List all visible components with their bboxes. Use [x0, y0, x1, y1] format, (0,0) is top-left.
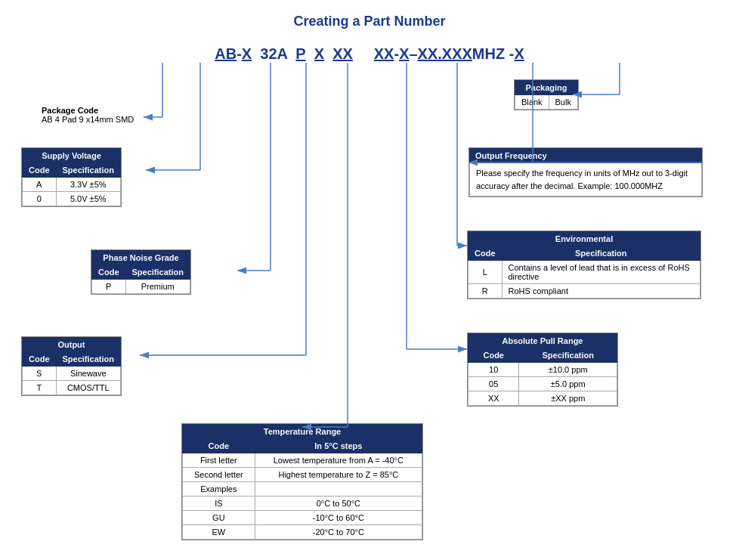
temp-title: Temperature Range: [183, 425, 422, 439]
supply-voltage-col-spec: Specification: [56, 163, 120, 178]
temp-row4-val: 0°C to 50°C: [255, 497, 422, 511]
pn-x3: X: [399, 45, 409, 63]
apr-row2-spec: ±5.0 ppm: [519, 377, 617, 391]
packaging-bulk: Bulk: [549, 95, 577, 110]
temp-row4-code: IS: [183, 497, 255, 511]
pn-p: P: [295, 45, 305, 63]
output-title: Output: [23, 338, 121, 352]
output-frequency-title: Output Frequency: [469, 148, 702, 163]
apr-row1-spec: ±10.0 ppm: [519, 363, 617, 377]
pn-x2: X: [314, 45, 324, 63]
out-row2-code: T: [23, 381, 57, 395]
pn-xx1: XX: [332, 45, 353, 63]
sv-row1-spec: 3.3V ±5%: [56, 178, 120, 192]
temp-row1-val: Lowest temperature from A = -40°C: [255, 453, 422, 468]
environmental-table: Environmental Code Specification L Conta…: [467, 230, 701, 301]
pn-xxxx: XX.XXX: [418, 45, 472, 63]
apr-row3-spec: ±XX ppm: [519, 391, 617, 406]
temp-row2-code: Second letter: [183, 468, 255, 482]
pn-row1-code: P: [92, 280, 126, 294]
temp-col-steps: In 5°C steps: [255, 439, 422, 453]
phase-noise-grade-table: Phase Noise Grade Code Specification P P…: [91, 249, 191, 296]
apr-row2-code: 05: [468, 377, 519, 391]
packaging-title: Packaging: [515, 81, 578, 95]
env-row2-code: R: [468, 284, 502, 299]
env-col-spec: Specification: [502, 246, 700, 261]
pn-col-code: Code: [92, 265, 126, 280]
temp-row6-val: -20°C to 70°C: [255, 525, 422, 540]
temp-col-code: Code: [183, 439, 255, 453]
pn-col-spec: Specification: [125, 265, 190, 280]
out-col-spec: Specification: [56, 352, 120, 367]
package-code-title: Package Code: [42, 106, 134, 115]
sv-row1-code: A: [23, 178, 57, 192]
sv-row2-spec: 5.0V ±5%: [56, 192, 120, 206]
output-table: Output Code Specification S Sinewave T C…: [21, 336, 122, 398]
absolute-pull-range-table: Absolute Pull Range Code Specification 1…: [467, 333, 618, 408]
supply-voltage-title: Supply Voltage: [23, 149, 121, 163]
apr-title: Absolute Pull Range: [468, 334, 617, 348]
apr-col-spec: Specification: [519, 348, 617, 363]
temp-row6-code: EW: [183, 525, 255, 540]
out-row2-spec: CMOS/TTL: [56, 381, 120, 395]
temp-row3-code: Examples: [183, 482, 255, 497]
output-frequency-desc: Please specify the frequency in units of…: [469, 163, 702, 196]
env-row1-spec: Contains a level of lead that is in exce…: [502, 261, 700, 284]
pn-ab: AB: [215, 45, 237, 63]
packaging-table: Packaging Blank Bulk: [514, 79, 579, 112]
packaging-blank: Blank: [515, 95, 549, 110]
output-frequency-box: Output Frequency Please specify the freq…: [468, 147, 703, 197]
pn-x4: X: [514, 45, 524, 63]
package-code-label: Package Code AB 4 Pad 9 x14mm SMD: [42, 106, 134, 124]
env-row2-spec: RoHS compliant: [502, 284, 700, 299]
apr-row3-code: XX: [468, 391, 519, 406]
temp-row3-val: [255, 482, 422, 497]
env-title: Environmental: [468, 232, 700, 246]
part-number-display: AB - X 32A P X XX XX - X – XX.XXX MHZ - …: [0, 45, 739, 63]
supply-voltage-table: Supply Voltage Code Specification A 3.3V…: [21, 147, 122, 209]
temp-row5-val: -10°C to 60°C: [255, 511, 422, 525]
phase-noise-title: Phase Noise Grade: [92, 251, 190, 265]
temp-row1-code: First letter: [183, 453, 255, 468]
pn-x1: X: [242, 45, 252, 63]
temp-row2-val: Highest temperature to Z = 85°C: [255, 468, 422, 482]
out-row1-spec: Sinewave: [56, 367, 120, 381]
out-row1-code: S: [23, 367, 57, 381]
pn-row1-spec: Premium: [125, 280, 190, 294]
page-title: Creating a Part Number: [0, 0, 739, 37]
apr-row1-code: 10: [468, 363, 519, 377]
out-col-code: Code: [23, 352, 57, 367]
package-code-value: AB 4 Pad 9 x14mm SMD: [42, 115, 134, 124]
temp-row5-code: GU: [183, 511, 255, 525]
temperature-range-table: Temperature Range Code In 5°C steps Firs…: [181, 423, 423, 542]
env-col-code: Code: [468, 246, 502, 261]
pn-xx2: XX: [374, 45, 394, 63]
sv-row2-code: 0: [23, 192, 57, 206]
supply-voltage-col-code: Code: [23, 163, 57, 178]
apr-col-code: Code: [468, 348, 519, 363]
env-row1-code: L: [468, 261, 502, 284]
